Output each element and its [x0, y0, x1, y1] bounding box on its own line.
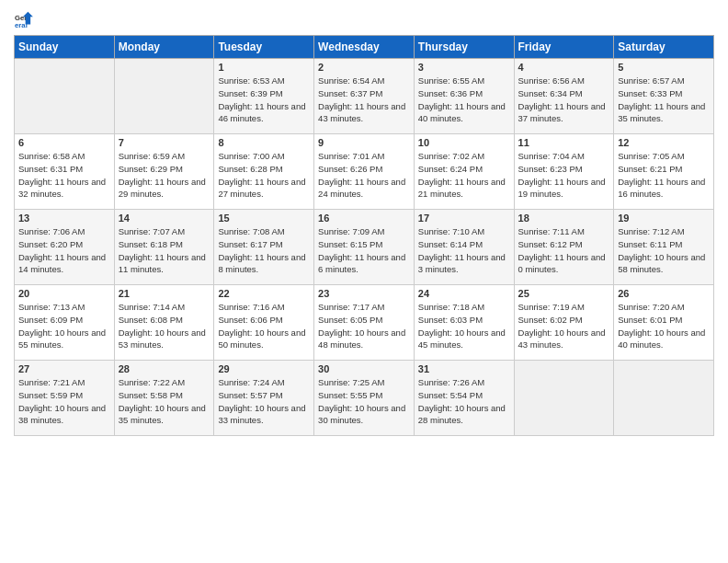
day-number: 14	[119, 213, 210, 224]
day-info: Sunrise: 7:04 AMSunset: 6:23 PMDaylight:…	[518, 150, 610, 201]
day-number: 22	[218, 288, 310, 299]
calendar-cell: 30Sunrise: 7:25 AMSunset: 5:55 PMDayligh…	[314, 361, 415, 436]
calendar-cell: 15Sunrise: 7:08 AMSunset: 6:17 PMDayligh…	[214, 210, 314, 285]
day-number: 20	[18, 288, 110, 299]
day-header-tuesday: Tuesday	[214, 36, 314, 59]
calendar-cell: 6Sunrise: 6:58 AMSunset: 6:31 PMDaylight…	[15, 134, 115, 210]
day-number: 8	[218, 137, 310, 148]
calendar-cell: 4Sunrise: 6:56 AMSunset: 6:34 PMDaylight…	[514, 59, 614, 134]
day-info: Sunrise: 7:20 AMSunset: 6:01 PMDaylight:…	[618, 301, 710, 351]
calendar-week-4: 20Sunrise: 7:13 AMSunset: 6:09 PMDayligh…	[15, 285, 714, 361]
day-number: 15	[218, 213, 310, 224]
day-info: Sunrise: 7:07 AMSunset: 6:18 PMDaylight:…	[119, 225, 210, 276]
calendar-cell: 18Sunrise: 7:11 AMSunset: 6:12 PMDayligh…	[514, 210, 614, 285]
calendar-cell: 3Sunrise: 6:55 AMSunset: 6:36 PMDaylight…	[414, 59, 514, 134]
calendar-cell: 14Sunrise: 7:07 AMSunset: 6:18 PMDayligh…	[114, 210, 214, 285]
day-info: Sunrise: 6:56 AMSunset: 6:34 PMDaylight:…	[518, 75, 610, 125]
day-number: 1	[218, 62, 310, 73]
day-number: 3	[418, 62, 510, 73]
calendar-cell: 17Sunrise: 7:10 AMSunset: 6:14 PMDayligh…	[414, 210, 514, 285]
day-number: 31	[418, 363, 510, 374]
day-number: 11	[518, 137, 610, 148]
day-info: Sunrise: 7:16 AMSunset: 6:06 PMDaylight:…	[218, 301, 310, 351]
day-info: Sunrise: 7:02 AMSunset: 6:24 PMDaylight:…	[418, 150, 510, 201]
day-number: 2	[318, 62, 410, 73]
day-info: Sunrise: 6:59 AMSunset: 6:29 PMDaylight:…	[119, 150, 210, 201]
day-number: 24	[418, 288, 510, 299]
calendar-cell: 29Sunrise: 7:24 AMSunset: 5:57 PMDayligh…	[214, 361, 314, 436]
day-info: Sunrise: 7:09 AMSunset: 6:15 PMDaylight:…	[318, 225, 410, 276]
day-info: Sunrise: 7:25 AMSunset: 5:55 PMDaylight:…	[318, 376, 410, 427]
day-info: Sunrise: 7:11 AMSunset: 6:12 PMDaylight:…	[518, 225, 610, 276]
calendar-cell: 26Sunrise: 7:20 AMSunset: 6:01 PMDayligh…	[614, 285, 714, 361]
calendar-week-3: 13Sunrise: 7:06 AMSunset: 6:20 PMDayligh…	[15, 210, 714, 285]
calendar-week-1: 1Sunrise: 6:53 AMSunset: 6:39 PMDaylight…	[15, 59, 714, 134]
calendar-cell	[15, 59, 115, 134]
calendar-cell: 1Sunrise: 6:53 AMSunset: 6:39 PMDaylight…	[214, 59, 314, 134]
day-number: 12	[618, 137, 710, 148]
calendar-cell: 9Sunrise: 7:01 AMSunset: 6:26 PMDaylight…	[314, 134, 415, 210]
day-info: Sunrise: 7:21 AMSunset: 5:59 PMDaylight:…	[18, 376, 110, 427]
calendar-cell: 2Sunrise: 6:54 AMSunset: 6:37 PMDaylight…	[314, 59, 415, 134]
calendar-cell: 22Sunrise: 7:16 AMSunset: 6:06 PMDayligh…	[214, 285, 314, 361]
calendar-cell: 11Sunrise: 7:04 AMSunset: 6:23 PMDayligh…	[514, 134, 614, 210]
day-number: 9	[318, 137, 410, 148]
day-info: Sunrise: 7:18 AMSunset: 6:03 PMDaylight:…	[418, 301, 510, 351]
day-info: Sunrise: 7:26 AMSunset: 5:54 PMDaylight:…	[418, 376, 510, 427]
day-number: 19	[618, 213, 710, 224]
logo: Gen eral	[14, 9, 38, 29]
calendar-cell: 10Sunrise: 7:02 AMSunset: 6:24 PMDayligh…	[414, 134, 514, 210]
calendar-cell: 8Sunrise: 7:00 AMSunset: 6:28 PMDaylight…	[214, 134, 314, 210]
day-info: Sunrise: 7:24 AMSunset: 5:57 PMDaylight:…	[218, 376, 310, 427]
day-number: 18	[518, 213, 610, 224]
day-info: Sunrise: 7:14 AMSunset: 6:08 PMDaylight:…	[119, 301, 210, 351]
calendar-cell: 16Sunrise: 7:09 AMSunset: 6:15 PMDayligh…	[314, 210, 415, 285]
day-header-saturday: Saturday	[614, 36, 714, 59]
day-number: 16	[318, 213, 410, 224]
calendar-cell: 20Sunrise: 7:13 AMSunset: 6:09 PMDayligh…	[15, 285, 115, 361]
calendar-cell: 31Sunrise: 7:26 AMSunset: 5:54 PMDayligh…	[414, 361, 514, 436]
calendar-cell	[114, 59, 214, 134]
day-info: Sunrise: 6:57 AMSunset: 6:33 PMDaylight:…	[618, 75, 710, 125]
header: Gen eral	[14, 9, 714, 29]
calendar-cell: 21Sunrise: 7:14 AMSunset: 6:08 PMDayligh…	[114, 285, 214, 361]
calendar-week-5: 27Sunrise: 7:21 AMSunset: 5:59 PMDayligh…	[15, 361, 714, 436]
calendar-cell: 19Sunrise: 7:12 AMSunset: 6:11 PMDayligh…	[614, 210, 714, 285]
day-info: Sunrise: 7:08 AMSunset: 6:17 PMDaylight:…	[218, 225, 310, 276]
day-number: 5	[618, 62, 710, 73]
day-info: Sunrise: 7:12 AMSunset: 6:11 PMDaylight:…	[618, 225, 710, 276]
calendar-cell: 12Sunrise: 7:05 AMSunset: 6:21 PMDayligh…	[614, 134, 714, 210]
day-info: Sunrise: 6:54 AMSunset: 6:37 PMDaylight:…	[318, 75, 410, 125]
day-number: 13	[18, 213, 110, 224]
day-number: 29	[218, 363, 310, 374]
calendar-cell: 27Sunrise: 7:21 AMSunset: 5:59 PMDayligh…	[15, 361, 115, 436]
calendar-week-2: 6Sunrise: 6:58 AMSunset: 6:31 PMDaylight…	[15, 134, 714, 210]
calendar-cell	[514, 361, 614, 436]
calendar-cell: 28Sunrise: 7:22 AMSunset: 5:58 PMDayligh…	[114, 361, 214, 436]
page-container: Gen eral SundayMondayTuesdayWednesdayThu…	[0, 0, 728, 445]
day-info: Sunrise: 7:00 AMSunset: 6:28 PMDaylight:…	[218, 150, 310, 201]
day-info: Sunrise: 7:10 AMSunset: 6:14 PMDaylight:…	[418, 225, 510, 276]
calendar-header-row: SundayMondayTuesdayWednesdayThursdayFrid…	[15, 36, 714, 59]
day-info: Sunrise: 7:13 AMSunset: 6:09 PMDaylight:…	[18, 301, 110, 351]
day-info: Sunrise: 6:55 AMSunset: 6:36 PMDaylight:…	[418, 75, 510, 125]
day-header-sunday: Sunday	[15, 36, 115, 59]
day-number: 28	[119, 363, 210, 374]
calendar-cell: 23Sunrise: 7:17 AMSunset: 6:05 PMDayligh…	[314, 285, 415, 361]
day-header-friday: Friday	[514, 36, 614, 59]
day-header-wednesday: Wednesday	[314, 36, 415, 59]
day-number: 26	[618, 288, 710, 299]
calendar-cell: 5Sunrise: 6:57 AMSunset: 6:33 PMDaylight…	[614, 59, 714, 134]
day-header-monday: Monday	[114, 36, 214, 59]
day-info: Sunrise: 6:53 AMSunset: 6:39 PMDaylight:…	[218, 75, 310, 125]
calendar-cell	[614, 361, 714, 436]
day-info: Sunrise: 7:17 AMSunset: 6:05 PMDaylight:…	[318, 301, 410, 351]
day-number: 27	[18, 363, 110, 374]
logo-icon: Gen eral	[14, 9, 34, 29]
day-info: Sunrise: 7:01 AMSunset: 6:26 PMDaylight:…	[318, 150, 410, 201]
calendar-cell: 24Sunrise: 7:18 AMSunset: 6:03 PMDayligh…	[414, 285, 514, 361]
day-number: 7	[119, 137, 210, 148]
calendar-cell: 25Sunrise: 7:19 AMSunset: 6:02 PMDayligh…	[514, 285, 614, 361]
day-number: 4	[518, 62, 610, 73]
calendar-table: SundayMondayTuesdayWednesdayThursdayFrid…	[14, 35, 714, 436]
